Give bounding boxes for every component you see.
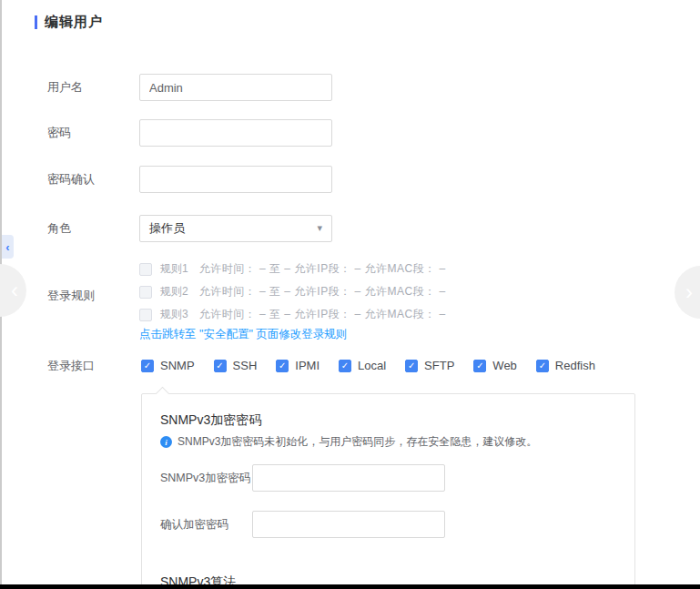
snmp-label: SNMP	[160, 359, 195, 372]
snmpv3-password-input[interactable]	[252, 464, 445, 492]
username-label: 用户名	[47, 79, 139, 96]
snmpv3-panel-title: SNMPv3加密密码	[160, 412, 261, 429]
web-label: Web	[492, 359, 517, 372]
page-header: 编辑用户	[35, 14, 103, 31]
password-row: 密码	[47, 119, 332, 147]
check-icon: ✓	[539, 361, 546, 371]
check-icon: ✓	[341, 361, 349, 371]
interface-local[interactable]: ✓ Local	[339, 359, 386, 372]
sidebar-collapse-button[interactable]: ‹	[2, 235, 14, 259]
login-rules-label: 登录规则	[47, 288, 95, 304]
rule3-name: 规则3	[160, 307, 188, 322]
web-checkbox: ✓	[473, 360, 486, 372]
local-label: Local	[358, 359, 386, 372]
caret-down-icon: ▾	[317, 223, 322, 233]
password-confirm-row: 密码确认	[47, 166, 332, 193]
chevron-right-icon: ›	[685, 281, 693, 303]
login-interfaces-row: ✓ SNMP ✓ SSH ✓ IPMI ✓ Local ✓ SFTP ✓ Web…	[141, 359, 595, 372]
sftp-checkbox: ✓	[405, 360, 418, 372]
password-label: 密码	[47, 125, 139, 141]
role-select-value: 操作员	[149, 220, 185, 237]
role-label: 角色	[47, 220, 139, 237]
snmpv3-confirm-label: 确认加密密码	[160, 517, 252, 533]
local-checkbox: ✓	[339, 360, 351, 372]
username-input[interactable]	[139, 74, 332, 101]
interface-redfish[interactable]: ✓ Redfish	[536, 359, 595, 372]
role-select[interactable]: 操作员 ▾	[139, 215, 332, 242]
snmpv3-panel: SNMPv3加密密码 i SNMPv3加密密码未初始化，与用户密码同步，存在安全…	[141, 393, 635, 589]
login-rule-row-3[interactable]: 规则3 允许时间： – 至 – 允许IP段： – 允许MAC段： –	[139, 303, 446, 326]
snmpv3-confirm-row: 确认加密密码	[160, 511, 445, 538]
rule3-detail: 允许时间： – 至 – 允许IP段： – 允许MAC段： –	[199, 307, 446, 322]
role-row: 角色 操作员 ▾	[47, 215, 332, 242]
password-input[interactable]	[139, 119, 332, 147]
bottom-window-edge	[0, 584, 700, 589]
page-title: 编辑用户	[45, 14, 103, 31]
edit-user-page: 编辑用户 用户名 密码 密码确认 角色 操作员 ▾ 登录规则 规则1 允许时间：…	[0, 0, 700, 589]
redfish-label: Redfish	[555, 359, 595, 372]
sftp-label: SFTP	[424, 359, 454, 372]
rule1-detail: 允许时间： – 至 – 允许IP段： – 允许MAC段： –	[199, 261, 446, 277]
check-icon: ✓	[279, 361, 286, 371]
rule3-checkbox[interactable]	[139, 309, 152, 321]
carousel-prev-button[interactable]: ‹	[0, 264, 26, 317]
password-confirm-input[interactable]	[139, 166, 332, 193]
snmpv3-notice: i SNMPv3加密密码未初始化，与用户密码同步，存在安全隐患，建议修改。	[160, 434, 537, 450]
interface-sftp[interactable]: ✓ SFTP	[405, 359, 454, 372]
login-interfaces-label: 登录接口	[47, 358, 95, 374]
login-rule-row-2[interactable]: 规则2 允许时间： – 至 – 允许IP段： – 允许MAC段： –	[139, 280, 446, 303]
login-rule-row-1[interactable]: 规则1 允许时间： – 至 – 允许IP段： – 允许MAC段： –	[139, 258, 446, 280]
ipmi-label: IPMI	[295, 359, 320, 372]
chevron-left-icon: ‹	[5, 241, 9, 253]
rule2-detail: 允许时间： – 至 – 允许IP段： – 允许MAC段： –	[199, 284, 446, 300]
username-row: 用户名	[47, 74, 332, 101]
snmpv3-confirm-input[interactable]	[252, 511, 445, 538]
interface-ipmi[interactable]: ✓ IPMI	[276, 359, 320, 372]
check-icon: ✓	[144, 361, 151, 371]
rule1-checkbox[interactable]	[139, 263, 152, 276]
interface-snmp[interactable]: ✓ SNMP	[141, 359, 195, 372]
password-confirm-label: 密码确认	[47, 171, 139, 188]
rule1-name: 规则1	[160, 261, 188, 277]
check-icon: ✓	[408, 361, 415, 371]
chevron-left-icon: ‹	[11, 279, 18, 301]
ipmi-checkbox: ✓	[276, 360, 289, 372]
info-icon: i	[160, 436, 172, 448]
interface-ssh[interactable]: ✓ SSH	[214, 359, 258, 372]
snmpv3-password-label: SNMPv3加密密码	[160, 471, 252, 486]
rule2-checkbox[interactable]	[139, 286, 152, 299]
check-icon: ✓	[216, 361, 223, 371]
ssh-checkbox: ✓	[214, 360, 227, 372]
title-accent-bar	[35, 15, 37, 29]
snmpv3-password-row: SNMPv3加密密码	[160, 464, 445, 492]
rule2-name: 规则2	[160, 284, 188, 300]
login-rules-block: 规则1 允许时间： – 至 – 允许IP段： – 允许MAC段： – 规则2 允…	[139, 258, 446, 326]
ssh-label: SSH	[233, 359, 258, 372]
interface-web[interactable]: ✓ Web	[473, 359, 517, 372]
snmp-checkbox: ✓	[141, 360, 154, 372]
check-icon: ✓	[476, 361, 483, 371]
snmpv3-notice-text: SNMPv3加密密码未初始化，与用户密码同步，存在安全隐患，建议修改。	[178, 434, 537, 450]
security-config-link[interactable]: 点击跳转至 "安全配置" 页面修改登录规则	[139, 327, 347, 342]
redfish-checkbox: ✓	[536, 360, 549, 372]
carousel-next-button[interactable]: ›	[675, 266, 700, 319]
